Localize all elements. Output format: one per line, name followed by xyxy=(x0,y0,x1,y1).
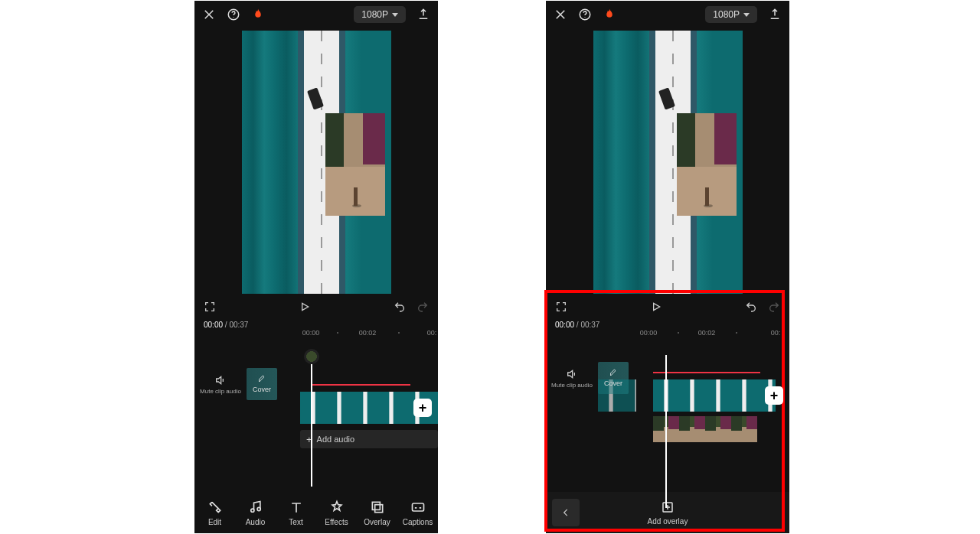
mute-label: Mute clip audio xyxy=(194,388,247,395)
flame-icon[interactable] xyxy=(251,8,265,21)
preview-area[interactable] xyxy=(194,28,438,296)
tool-bar: Edit Audio Text Effects Overlay Captions xyxy=(194,492,438,533)
tick-label: 00: xyxy=(771,329,781,337)
play-icon[interactable] xyxy=(299,301,311,313)
tick-dot xyxy=(736,332,737,334)
play-icon[interactable] xyxy=(650,301,662,313)
cover-button[interactable]: Cover xyxy=(598,362,629,394)
time-current: 00:00 xyxy=(204,321,223,329)
effect-track-line[interactable] xyxy=(311,384,410,386)
flame-icon[interactable] xyxy=(603,8,616,21)
tool-edit[interactable]: Edit xyxy=(194,492,235,533)
topbar: 1080P xyxy=(194,1,438,28)
redo-icon[interactable] xyxy=(416,301,429,313)
playhead[interactable] xyxy=(665,355,667,508)
fullscreen-icon[interactable] xyxy=(204,301,216,313)
export-icon[interactable] xyxy=(768,8,782,21)
preview-area[interactable] xyxy=(546,28,789,296)
chevron-down-icon xyxy=(392,13,398,17)
close-icon[interactable] xyxy=(554,8,567,21)
preview-canvas[interactable] xyxy=(593,31,743,294)
tool-captions[interactable]: Captions xyxy=(397,492,438,533)
cover-label: Cover xyxy=(604,379,622,387)
cover-button[interactable]: Cover xyxy=(247,368,277,400)
add-audio-label: Add audio xyxy=(317,435,355,444)
overlay-toolbar: Add overlay xyxy=(546,492,789,533)
timecode: 00:00 / 00:37 xyxy=(194,317,438,329)
svg-rect-5 xyxy=(374,504,382,512)
back-button[interactable] xyxy=(552,499,580,526)
player-controls xyxy=(194,296,438,317)
mute-label: Mute clip audio xyxy=(546,382,598,389)
tool-effects[interactable]: Effects xyxy=(316,492,357,533)
overlay-clip-preview[interactable] xyxy=(677,113,737,216)
tick-label: 00:00 xyxy=(302,329,320,337)
tick-dot xyxy=(398,332,400,334)
mute-clip-button[interactable]: Mute clip audio xyxy=(194,374,247,395)
tick-label: 00: xyxy=(427,329,437,337)
resolution-button[interactable]: 1080P xyxy=(354,6,406,23)
editor-screen-main: 1080P xyxy=(194,1,438,533)
add-overlay-button[interactable]: Add overlay xyxy=(580,500,756,526)
effect-track-line[interactable] xyxy=(653,372,760,373)
tick-label: 00:02 xyxy=(698,329,716,337)
resolution-button[interactable]: 1080P xyxy=(705,6,757,23)
editor-screen-overlay: 1080P 00:00 / 00:37 00:00 00:02 00: xyxy=(546,1,789,533)
mute-clip-button[interactable]: Mute clip audio xyxy=(546,368,598,389)
player-controls xyxy=(546,296,789,317)
tool-audio[interactable]: Audio xyxy=(235,492,276,533)
timecode: 00:00 / 00:37 xyxy=(546,317,789,329)
video-track[interactable] xyxy=(653,379,776,412)
timeline-ruler[interactable]: 00:00 00:02 00: xyxy=(546,329,789,340)
tick-dot xyxy=(678,332,679,334)
time-current: 00:00 xyxy=(555,321,574,329)
add-overlay-label: Add overlay xyxy=(648,517,688,526)
cover-label: Cover xyxy=(253,386,271,393)
topbar: 1080P xyxy=(546,1,789,28)
redo-icon[interactable] xyxy=(768,301,780,313)
resolution-label: 1080P xyxy=(713,9,740,20)
help-icon[interactable] xyxy=(227,8,240,21)
tool-label: Edit xyxy=(208,518,221,526)
time-total: 00:37 xyxy=(580,321,599,329)
tool-label: Text xyxy=(289,518,302,526)
export-icon[interactable] xyxy=(416,8,430,21)
add-audio-button[interactable]: + Add audio xyxy=(300,430,438,448)
chevron-down-icon xyxy=(743,13,750,17)
tick-label: 00:00 xyxy=(640,329,658,337)
svg-point-8 xyxy=(584,17,585,18)
svg-point-2 xyxy=(250,509,253,512)
overlay-clip-preview[interactable] xyxy=(325,113,385,216)
preview-canvas[interactable] xyxy=(242,31,391,294)
tool-label: Overlay xyxy=(364,518,390,526)
tool-text[interactable]: Text xyxy=(276,492,316,533)
add-clip-button[interactable]: + xyxy=(413,399,432,417)
tick-dot xyxy=(337,332,338,334)
svg-rect-4 xyxy=(372,502,380,510)
help-icon[interactable] xyxy=(578,8,592,21)
tool-overlay[interactable]: Overlay xyxy=(357,492,397,533)
fullscreen-icon[interactable] xyxy=(555,301,567,313)
playhead-knob[interactable] xyxy=(304,349,319,364)
svg-point-3 xyxy=(257,507,260,510)
add-clip-button[interactable]: + xyxy=(765,386,783,405)
svg-rect-6 xyxy=(412,503,423,511)
tick-label: 00:02 xyxy=(359,329,377,337)
overlay-track[interactable] xyxy=(653,416,757,442)
undo-icon[interactable] xyxy=(394,301,406,313)
svg-point-1 xyxy=(233,17,234,18)
timeline-ruler[interactable]: 00:00 00:02 00: xyxy=(194,329,438,340)
time-total: 00:37 xyxy=(229,321,248,329)
tool-label: Effects xyxy=(325,518,348,526)
undo-icon[interactable] xyxy=(745,301,757,313)
tool-label: Audio xyxy=(246,518,266,526)
close-icon[interactable] xyxy=(202,8,216,21)
resolution-label: 1080P xyxy=(361,9,388,20)
tool-label: Captions xyxy=(403,518,433,526)
